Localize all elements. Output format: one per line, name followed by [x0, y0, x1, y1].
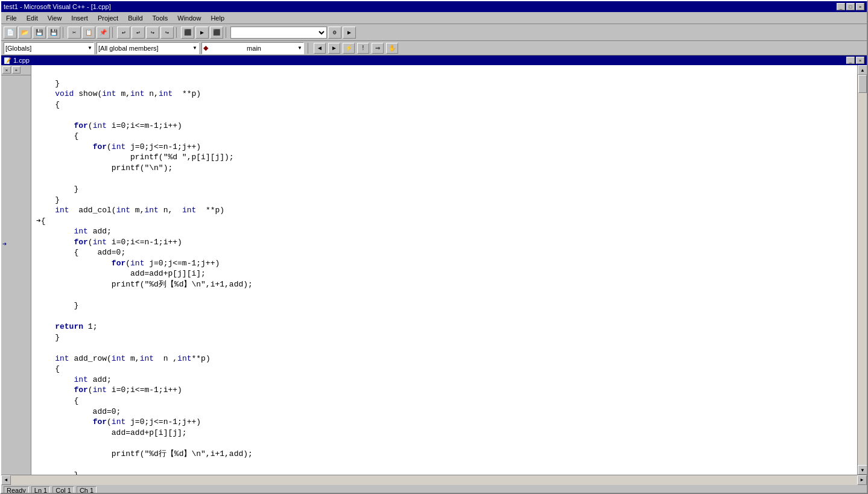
- status-ch: Ch 1: [77, 486, 97, 495]
- breakpoint-arrow: ➔: [2, 239, 7, 249]
- next-button[interactable]: ►: [328, 43, 340, 54]
- status-ln: Ln 1: [31, 486, 50, 495]
- main-window: test1 - Microsoft Visual C++ - [1.cpp] _…: [0, 0, 868, 494]
- inner-title-text: 1.cpp: [13, 57, 30, 64]
- run-button[interactable]: ▶: [343, 27, 356, 39]
- build-config-combo[interactable]: [230, 27, 327, 39]
- scroll-thumb[interactable]: [858, 75, 867, 93]
- title-bar-text: test1 - Microsoft Visual C++ - [1.cpp]: [4, 3, 111, 10]
- title-bar-buttons: _ □ ×: [837, 3, 864, 10]
- scroll-left-button[interactable]: ◄: [1, 475, 11, 485]
- globals-label: [Globals]: [5, 45, 31, 52]
- toolbar-separator-2: [112, 27, 115, 38]
- class-toolbar-sep: [308, 43, 310, 54]
- members-arrow-icon: ▼: [192, 45, 197, 51]
- vertical-scrollbar: ▲ ▼: [857, 65, 867, 475]
- title-bar: test1 - Microsoft Visual C++ - [1.cpp] _…: [1, 1, 867, 12]
- gutter-controls: × +: [1, 65, 31, 75]
- editor-gutter: × + ➔: [1, 65, 31, 475]
- redo2-button[interactable]: ↪: [160, 27, 174, 39]
- menu-file[interactable]: File: [4, 14, 19, 22]
- menu-view[interactable]: View: [45, 14, 65, 22]
- main-func-arrow-icon: ▼: [297, 45, 302, 51]
- gutter-close-btn[interactable]: ×: [2, 66, 11, 74]
- main-func-label: main: [247, 45, 261, 52]
- menu-edit[interactable]: Edit: [24, 14, 40, 22]
- status-bar: Ready Ln 1 Col 1 Ch 1: [1, 484, 867, 494]
- cut-button[interactable]: ✂: [68, 27, 81, 39]
- undo-button[interactable]: ↩: [117, 27, 130, 39]
- redo-button[interactable]: ↪: [146, 27, 159, 39]
- config-button[interactable]: ⚙: [328, 27, 341, 39]
- toolbar: 📄 📂 💾 💾 ✂ 📋 📌 ↩ ↩ ↪ ↪ ⬛ ▶ ⬛ ⚙ ▶: [1, 24, 867, 41]
- horizontal-scrollbar: ◄ ►: [1, 475, 867, 484]
- menu-tools[interactable]: Tools: [150, 14, 171, 22]
- toolbar-separator-4: [226, 27, 228, 38]
- toolbar-separator-3: [176, 27, 179, 38]
- inner-close-button[interactable]: ×: [856, 57, 864, 64]
- hand-button[interactable]: ✋: [386, 43, 398, 54]
- step-button[interactable]: ⇒: [372, 43, 384, 54]
- open-button[interactable]: 📂: [18, 27, 31, 39]
- debug-button[interactable]: ⬛: [181, 27, 194, 39]
- members-combo[interactable]: [All global members] ▼: [97, 42, 199, 54]
- members-label: [All global members]: [98, 45, 159, 52]
- scroll-up-button[interactable]: ▲: [858, 65, 867, 75]
- gutter-content: ➔: [1, 75, 31, 475]
- save-all-button[interactable]: 💾: [47, 27, 60, 39]
- paste-button[interactable]: 📌: [97, 27, 110, 39]
- minimize-button[interactable]: _: [837, 3, 845, 10]
- restore-button[interactable]: □: [846, 3, 855, 10]
- diamond-icon: ◆: [203, 44, 208, 52]
- h-scroll-track[interactable]: [11, 475, 857, 485]
- scroll-right-button[interactable]: ►: [857, 475, 867, 485]
- menu-help[interactable]: Help: [208, 14, 227, 22]
- scroll-track[interactable]: [858, 75, 867, 465]
- menu-bar: File Edit View Insert Project Build Tool…: [1, 12, 867, 24]
- globals-arrow-icon: ▼: [87, 45, 92, 51]
- scroll-down-button[interactable]: ▼: [858, 465, 867, 475]
- main-func-combo[interactable]: ◆ main ▼: [201, 42, 304, 54]
- undo2-button[interactable]: ↩: [131, 27, 145, 39]
- gutter-plus-btn[interactable]: +: [12, 66, 21, 74]
- copy-button[interactable]: 📋: [82, 27, 95, 39]
- menu-build[interactable]: Build: [125, 14, 145, 22]
- close-button[interactable]: ×: [856, 3, 864, 10]
- menu-window[interactable]: Window: [175, 14, 203, 22]
- exclaim-button[interactable]: !: [357, 43, 369, 54]
- inner-title-icon: 📝: [4, 57, 11, 64]
- debug2-button[interactable]: ▶: [195, 27, 209, 39]
- editor-area: × + ➔ } void show(int m,int n,int **p) {…: [1, 65, 867, 475]
- class-toolbar: [Globals] ▼ [All global members] ▼ ◆ mai…: [1, 41, 867, 55]
- new-button[interactable]: 📄: [4, 27, 17, 39]
- toolbar-separator-1: [63, 27, 65, 38]
- status-col: Col 1: [52, 486, 74, 495]
- menu-insert[interactable]: Insert: [69, 14, 90, 22]
- inner-minimize-button[interactable]: _: [846, 57, 855, 64]
- code-editor[interactable]: } void show(int m,int n,int **p) { for(i…: [31, 65, 857, 475]
- save-button[interactable]: 💾: [33, 27, 46, 39]
- status-ready: Ready: [4, 486, 29, 495]
- ref-button[interactable]: ⚡: [343, 43, 355, 54]
- debug3-button[interactable]: ⬛: [210, 27, 223, 39]
- inner-title-buttons: _ ×: [846, 57, 864, 64]
- globals-combo[interactable]: [Globals] ▼: [4, 42, 94, 54]
- inner-title-bar: 📝 1.cpp _ ×: [1, 55, 867, 65]
- menu-project[interactable]: Project: [95, 14, 121, 22]
- prev-button[interactable]: ◄: [314, 43, 326, 54]
